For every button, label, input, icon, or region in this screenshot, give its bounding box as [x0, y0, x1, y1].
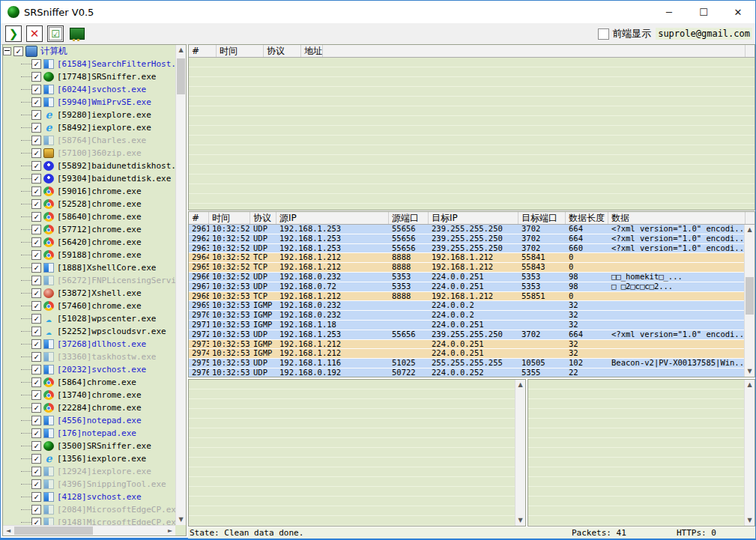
- scroll-up-icon[interactable]: ▲: [515, 380, 525, 390]
- process-checkbox[interactable]: ✓: [31, 174, 41, 183]
- process-tree-item[interactable]: ✓[37268]dllhost.exe: [3, 338, 175, 351]
- process-checkbox[interactable]: ✓: [31, 339, 41, 349]
- detail-left-scrollbar[interactable]: ▲ ▼: [515, 380, 525, 526]
- front-display-checkbox[interactable]: [598, 28, 609, 40]
- process-tree-item[interactable]: ✓[57100]360zip.exe: [3, 147, 175, 160]
- scroll-down-icon[interactable]: ▼: [745, 515, 755, 526]
- process-checkbox[interactable]: ✓: [31, 327, 41, 336]
- process-tree-item[interactable]: ✓[33360]taskhostw.exe: [3, 351, 175, 363]
- connection-list-body[interactable]: [189, 58, 755, 210]
- process-tree-item[interactable]: ✓☁[51028]wpscenter.exe: [3, 312, 175, 325]
- close-button[interactable]: ✕: [721, 1, 755, 23]
- process-checkbox[interactable]: ✓: [31, 212, 41, 222]
- process-tree-item[interactable]: ✓[53872]Xshell.exe: [3, 287, 175, 300]
- process-tree-item[interactable]: ✓[59016]chrome.exe: [3, 185, 175, 198]
- process-tree-item[interactable]: ✓[56272]FNPLicensingService: [3, 274, 175, 287]
- tree-root-checkbox[interactable]: ✓: [13, 46, 23, 56]
- process-checkbox[interactable]: ✓: [31, 148, 41, 158]
- process-tree-item[interactable]: ✓[20232]svchost.exe: [3, 363, 175, 376]
- packet-row[interactable]: 296810:32:53TCP192.168.1.2128888192.168.…: [189, 292, 744, 302]
- process-tree-item[interactable]: ✓[9148]MicrosoftEdgeCP.exe: [3, 516, 175, 525]
- tree-hscroll-thumb[interactable]: [14, 527, 93, 535]
- packet-vertical-scrollbar[interactable]: ▲ ▼: [744, 225, 755, 377]
- conn-header-0[interactable]: #: [189, 45, 217, 57]
- process-checkbox[interactable]: ✓: [31, 441, 41, 451]
- packet-row[interactable]: 297210:32:53UDP192.168.1.25355656239.255…: [189, 330, 744, 340]
- process-checkbox[interactable]: ✓: [31, 225, 41, 234]
- process-tree-item[interactable]: ✓e[1356]iexplore.exe: [3, 452, 175, 465]
- scroll-up-icon[interactable]: ▲: [745, 380, 755, 390]
- process-checkbox[interactable]: ✓: [31, 390, 41, 400]
- detail-right-scrollbar[interactable]: ▲ ▼: [744, 380, 755, 526]
- packet-row[interactable]: 297010:32:53IGMP192.168.0.232224.0.0.232: [189, 311, 744, 321]
- scroll-left-icon[interactable]: ◄: [3, 526, 13, 536]
- process-checkbox[interactable]: ✓: [31, 479, 41, 489]
- maximize-button[interactable]: ☐: [686, 1, 721, 23]
- packet-header-4[interactable]: 源端口: [389, 212, 429, 224]
- process-checkbox[interactable]: ✓: [31, 85, 41, 94]
- packet-row[interactable]: 296510:32:52TCP192.168.1.2128888192.168.…: [189, 263, 744, 273]
- process-checkbox[interactable]: ✓: [31, 314, 41, 324]
- stop-capture-button[interactable]: ✕: [26, 25, 43, 42]
- packet-row[interactable]: 296310:32:52UDP192.168.1.25355656239.255…: [189, 244, 744, 254]
- process-tree-item[interactable]: ✓[176]notepad.exe: [3, 427, 175, 440]
- packet-header-7[interactable]: 数据长度: [566, 212, 608, 224]
- packet-header-6[interactable]: 目标端口: [518, 212, 566, 224]
- process-checkbox[interactable]: ✓: [31, 352, 41, 362]
- process-tree-item[interactable]: ✓[2084]MicrosoftEdgeCP.exe: [3, 503, 175, 516]
- process-checkbox[interactable]: ✓: [31, 428, 41, 438]
- process-tree-item[interactable]: ✓[55892]baidunetdiskhost.ex: [3, 160, 175, 172]
- packet-row[interactable]: 297610:32:53UDP192.168.0.19250722224.0.0…: [189, 368, 744, 377]
- packet-header-5[interactable]: 目标IP: [429, 212, 518, 224]
- process-checkbox[interactable]: ✓: [31, 97, 41, 107]
- process-tree-item[interactable]: ✓[57712]chrome.exe: [3, 223, 175, 236]
- process-tree-item[interactable]: ✓[59304]baidunetdisk.exe: [3, 172, 175, 185]
- process-tree-item[interactable]: ✓[13740]chrome.exe: [3, 389, 175, 401]
- minimize-button[interactable]: ─: [652, 1, 686, 23]
- network-card-icon[interactable]: [70, 28, 85, 40]
- process-checkbox[interactable]: ✓: [31, 59, 41, 69]
- process-tree-item[interactable]: ✓☁[52252]wpscloudsvr.exe: [3, 325, 175, 338]
- process-tree-item[interactable]: ✓e[58492]iexplore.exe: [3, 121, 175, 134]
- process-checkbox[interactable]: ✓: [31, 199, 41, 209]
- process-tree-item[interactable]: ✓[22284]chrome.exe: [3, 401, 175, 414]
- process-tree-item[interactable]: ✓[58640]chrome.exe: [3, 210, 175, 223]
- packet-header-3[interactable]: 源IP: [276, 212, 389, 224]
- process-checkbox[interactable]: ✓: [31, 467, 41, 476]
- tree-vscroll-thumb[interactable]: [177, 58, 185, 94]
- conn-header-3[interactable]: 地址: [301, 45, 323, 57]
- packet-header-8[interactable]: 数据: [608, 212, 745, 224]
- packet-header-2[interactable]: 协议: [250, 212, 276, 224]
- packet-row[interactable]: 296110:32:52UDP192.168.1.25355656239.255…: [189, 225, 744, 234]
- process-checkbox[interactable]: ✓: [31, 263, 41, 273]
- process-tree-item[interactable]: ✓[57460]chrome.exe: [3, 300, 175, 312]
- process-checkbox[interactable]: ✓: [31, 454, 41, 464]
- process-checkbox[interactable]: ✓: [31, 136, 41, 145]
- process-checkbox[interactable]: ✓: [31, 123, 41, 133]
- tree-root-row[interactable]: ✓计算机: [3, 45, 175, 58]
- process-tree-item[interactable]: ✓[4396]SnippingTool.exe: [3, 478, 175, 491]
- packet-row[interactable]: 296610:32:52UDP192.168.0.2325353224.0.0.…: [189, 273, 744, 282]
- process-checkbox[interactable]: ✓: [31, 237, 41, 247]
- packet-row[interactable]: 297510:32:53UDP192.168.1.11651025255.255…: [189, 359, 744, 368]
- process-tree-item[interactable]: ✓[59940]WmiPrvSE.exe: [3, 96, 175, 109]
- process-checkbox[interactable]: ✓: [31, 365, 41, 374]
- process-tree-item[interactable]: ✓[1888]XshellCore.exe: [3, 261, 175, 274]
- packet-header-0[interactable]: #: [189, 212, 209, 224]
- process-tree-item[interactable]: ✓[60244]svchost.exe: [3, 83, 175, 96]
- process-checkbox[interactable]: ✓: [31, 301, 41, 311]
- scroll-down-icon[interactable]: ▼: [745, 366, 755, 377]
- scroll-right-icon[interactable]: ►: [165, 526, 175, 536]
- process-tree-item[interactable]: ✓[4128]svchost.exe: [3, 491, 175, 503]
- scroll-down-icon[interactable]: ▼: [176, 515, 186, 525]
- tree-vertical-scrollbar[interactable]: ▲ ▼: [175, 45, 186, 525]
- process-checkbox[interactable]: ✓: [31, 250, 41, 260]
- packet-row[interactable]: 297310:32:53IGMP192.168.1.212224.0.0.251…: [189, 340, 744, 350]
- select-all-button[interactable]: ☑: [47, 25, 64, 42]
- packet-vscroll-thumb[interactable]: [746, 277, 754, 315]
- process-tree-item[interactable]: ✓[4556]notepad.exe: [3, 414, 175, 427]
- packet-row[interactable]: 296210:32:52UDP192.168.1.25355656239.255…: [189, 234, 744, 244]
- packet-row[interactable]: 297410:32:53IGMP192.168.1.212224.0.0.251…: [189, 349, 744, 359]
- start-capture-button[interactable]: ❯: [5, 25, 22, 42]
- packet-row[interactable]: 297110:32:53IGMP192.168.1.18224.0.0.2513…: [189, 321, 744, 330]
